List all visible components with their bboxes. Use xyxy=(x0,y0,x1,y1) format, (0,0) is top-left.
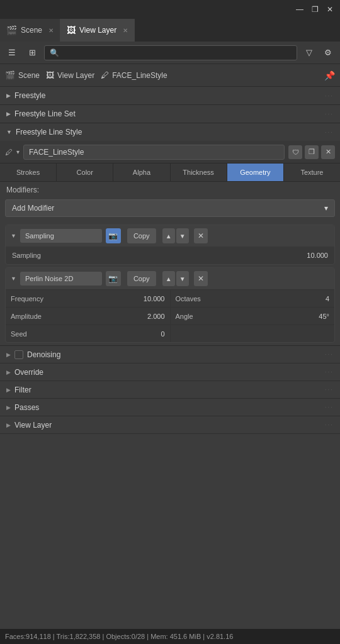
freestyle-linestyle-label: Freestyle Line Style xyxy=(16,128,82,136)
add-modifier-row: Add Modifier ▾ xyxy=(0,197,340,222)
sampling-camera-btn[interactable]: 📷 xyxy=(106,228,121,243)
angle-value: 45° xyxy=(319,313,329,320)
tab-scene[interactable]: 🎬 Scene ✕ xyxy=(0,19,60,42)
status-bar: Faces:914,118 | Tris:1,822,358 | Objects… xyxy=(0,629,340,644)
perlin-camera-btn[interactable]: 📷 xyxy=(106,271,121,286)
frequency-value: 10.000 xyxy=(144,295,165,303)
sampling-modifier-card: ▼ 📷 Copy ▲ ▼ ✕ Sampling 10.000 xyxy=(5,225,335,265)
sidebar-item-filter[interactable]: ▶ Filter ··· xyxy=(0,381,340,399)
denoising-arrow-icon: ▶ xyxy=(6,352,11,358)
freestyle-lineset-header[interactable]: ▶ Freestyle Line Set ··· xyxy=(0,105,340,123)
scene-tab-icon: 🎬 xyxy=(6,25,17,35)
sampling-up-btn[interactable]: ▲ xyxy=(162,228,175,243)
denoising-checkbox[interactable] xyxy=(14,350,23,359)
freestyle-header[interactable]: ▶ Freestyle ··· xyxy=(0,87,340,104)
sampling-prop-label: Sampling xyxy=(12,252,307,259)
tab-texture[interactable]: Texture xyxy=(284,164,340,181)
filter-icon[interactable]: ▽ xyxy=(301,45,317,61)
viewlayer-sidebar-label: View Layer xyxy=(14,421,52,430)
linestyle-name-actions: 🛡 ❐ ✕ xyxy=(288,145,335,159)
amplitude-value: 2.000 xyxy=(147,313,165,320)
add-modifier-label: Add Modifier xyxy=(12,204,54,213)
tab-thickness[interactable]: Thickness xyxy=(171,164,227,181)
menu-icon[interactable]: ☰ xyxy=(4,45,20,61)
denoising-label: Denoising xyxy=(27,350,60,359)
freestyle-dots: ··· xyxy=(325,92,334,99)
tab-geometry[interactable]: Geometry xyxy=(227,164,284,181)
breadcrumb-viewlayer-label: View Layer xyxy=(57,71,94,80)
sidebar-item-override[interactable]: ▶ Override ··· xyxy=(0,364,340,381)
tab-alpha[interactable]: Alpha xyxy=(113,164,170,181)
sampling-remove-btn[interactable]: ✕ xyxy=(194,228,208,243)
search-input[interactable] xyxy=(44,45,297,60)
override-label: Override xyxy=(14,368,43,377)
freestyle-linestyle-header[interactable]: ▼ Freestyle Line Style ··· xyxy=(0,123,340,141)
sidebar-item-passes[interactable]: ▶ Passes ··· xyxy=(0,399,340,416)
seed-value: 0 xyxy=(161,330,164,338)
perlin-remove-btn[interactable]: ✕ xyxy=(194,271,208,286)
lineset-dots: ··· xyxy=(325,111,334,118)
perlin-empty-cell xyxy=(170,325,335,342)
perlin-modifier-card: ▼ 📷 Copy ▲ ▼ ✕ Frequency 10.000 Octaves … xyxy=(5,267,335,343)
octaves-value: 4 xyxy=(326,295,329,303)
denoising-dots: ··· xyxy=(325,351,334,358)
sidebar-item-denoising[interactable]: ▶ Denoising ··· xyxy=(0,346,340,364)
sidebar-item-viewlayer[interactable]: ▶ View Layer ··· xyxy=(0,416,340,434)
sampling-down-btn[interactable]: ▼ xyxy=(176,228,189,243)
perlin-arrows: ▲ ▼ xyxy=(162,271,189,286)
perlin-row-2: Amplitude 2.000 Angle 45° xyxy=(6,307,334,325)
perlin-amplitude-cell: Amplitude 2.000 xyxy=(6,308,170,325)
perlin-down-btn[interactable]: ▼ xyxy=(176,271,189,286)
lineset-arrow-icon: ▶ xyxy=(6,111,11,117)
perlin-name-field[interactable] xyxy=(20,272,102,286)
filter-icons: ▽ ⚙ xyxy=(301,45,336,61)
perlin-up-btn[interactable]: ▲ xyxy=(162,271,175,286)
scene-tab-close[interactable]: ✕ xyxy=(48,27,54,34)
sampling-expand-icon[interactable]: ▼ xyxy=(11,233,16,239)
octaves-label: Octaves xyxy=(176,295,326,303)
viewlayer-tab-close[interactable]: ✕ xyxy=(123,27,128,34)
passes-dots: ··· xyxy=(325,404,334,411)
perlin-frequency-cell: Frequency 10.000 xyxy=(6,290,170,307)
viewlayer-dots: ··· xyxy=(325,421,334,428)
tab-strokes[interactable]: Strokes xyxy=(0,164,57,181)
maximize-button[interactable]: ❐ xyxy=(310,4,320,14)
close-button[interactable]: ✕ xyxy=(325,4,335,14)
add-modifier-button[interactable]: Add Modifier ▾ xyxy=(5,199,335,217)
linestyle-copy-btn[interactable]: ❐ xyxy=(305,145,319,159)
sampling-copy-btn[interactable]: Copy xyxy=(127,228,156,243)
options-icon[interactable]: ⚙ xyxy=(320,45,336,61)
linestyle-close-btn[interactable]: ✕ xyxy=(321,145,335,159)
tab-viewlayer[interactable]: 🖼 View Layer ✕ xyxy=(60,19,135,42)
title-bar: — ❐ ✕ xyxy=(0,0,340,19)
amplitude-label: Amplitude xyxy=(11,313,147,320)
linestyle-tabs: Strokes Color Alpha Thickness Geometry T… xyxy=(0,164,340,182)
freestyle-lineset-label: Freestyle Line Set xyxy=(14,109,76,118)
breadcrumb-viewlayer[interactable]: 🖼 View Layer xyxy=(46,70,94,80)
linestyle-name-dropdown[interactable]: ▾ xyxy=(16,148,20,155)
override-arrow-icon: ▶ xyxy=(6,369,11,375)
breadcrumb-linestyle[interactable]: 🖊 FACE_LineStyle xyxy=(101,70,167,80)
pin-button[interactable]: 📌 xyxy=(324,70,335,80)
breadcrumb: 🎬 Scene 🖼 View Layer 🖊 FACE_LineStyle 📌 xyxy=(0,64,340,87)
viewlayer-bc-icon: 🖼 xyxy=(46,70,54,80)
sampling-prop-value: 10.000 xyxy=(307,252,328,259)
perlin-expand-icon[interactable]: ▼ xyxy=(11,275,16,282)
scene-bc-icon: 🎬 xyxy=(5,70,15,80)
breadcrumb-scene[interactable]: 🎬 Scene xyxy=(5,70,40,80)
frequency-label: Frequency xyxy=(11,295,144,303)
tab-color[interactable]: Color xyxy=(57,164,113,181)
modifiers-label: Modifiers: xyxy=(0,182,340,197)
linestyle-shield-btn[interactable]: 🛡 xyxy=(288,145,302,159)
perlin-copy-btn[interactable]: Copy xyxy=(127,271,156,286)
linestyle-name-field[interactable] xyxy=(23,145,285,160)
sampling-prop-row: Sampling 10.000 xyxy=(6,247,334,264)
minimize-button[interactable]: — xyxy=(295,4,305,14)
perlin-angle-cell: Angle 45° xyxy=(170,308,335,325)
override-dots: ··· xyxy=(325,369,334,375)
freestyle-label: Freestyle xyxy=(14,91,45,100)
breadcrumb-linestyle-label: FACE_LineStyle xyxy=(112,71,167,80)
status-text: Faces:914,118 | Tris:1,822,358 | Objects… xyxy=(5,633,233,640)
layer-icon[interactable]: ⊞ xyxy=(24,45,40,61)
sampling-name-field[interactable] xyxy=(20,229,102,243)
